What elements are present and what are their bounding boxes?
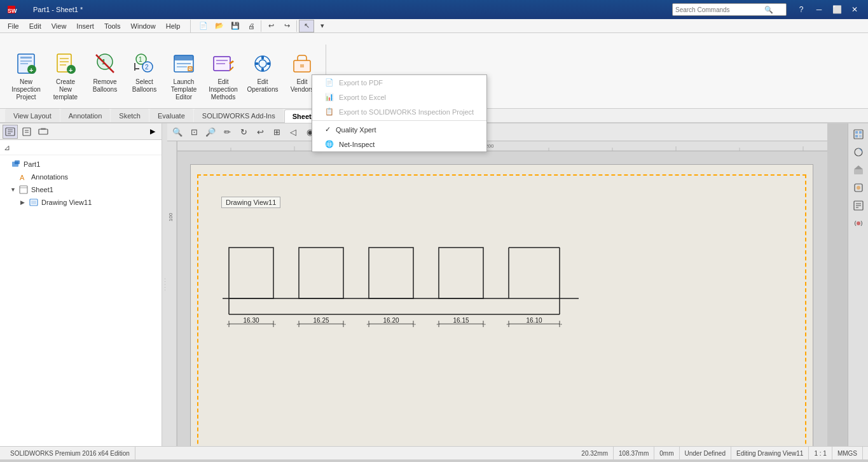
canvas-grid-btn[interactable]: ⊞ [269, 125, 284, 139]
edit-operations-icon [249, 50, 276, 77]
svg-text:→: → [411, 321, 417, 327]
menu-tools[interactable]: Tools [99, 19, 126, 33]
tab-view-layout[interactable]: View Layout [5, 109, 60, 122]
new-inspection-project-button[interactable]: + New Inspection Project [8, 47, 45, 104]
edit-operations-button[interactable]: Edit Operations [244, 47, 281, 97]
create-new-template-button[interactable]: + Create New template [47, 47, 84, 104]
x-coord-text: 20.32mm [581, 450, 608, 457]
toolbar-select-dropdown[interactable]: ▾ [315, 20, 330, 32]
create-template-label: Create New template [49, 78, 82, 101]
toolbar-open[interactable]: 📂 [212, 20, 227, 32]
toolbar-redo[interactable]: ↪ [279, 20, 294, 32]
tab-sketch[interactable]: Sketch [111, 109, 149, 122]
menu-view[interactable]: View [46, 19, 72, 33]
help-button[interactable]: ? [793, 3, 809, 16]
tab-annotation[interactable]: Annotation [60, 109, 111, 122]
canvas-rotate-btn[interactable]: ↻ [236, 125, 251, 139]
svg-rect-33 [261, 56, 264, 59]
dropdown-separator [312, 120, 486, 121]
sheet1-icon [18, 185, 29, 195]
new-inspection-label: New Inspection Project [10, 78, 43, 101]
z-coord-text: 0mm [659, 450, 673, 457]
menu-help[interactable]: Help [161, 19, 186, 33]
panel-tab-config[interactable] [36, 125, 51, 139]
tab-evaluate[interactable]: Evaluate [149, 109, 193, 122]
new-inspection-icon: + [13, 50, 39, 77]
status-bar: SOLIDWORKS Premium 2016 x64 Edition 20.3… [0, 446, 868, 460]
edit-operations-label: Edit Operations [246, 78, 279, 94]
canvas-search-btn[interactable]: 🔍 [170, 125, 185, 139]
dropdown-export-pdf[interactable]: 📄 Export to PDF [312, 75, 486, 90]
resize-handle[interactable]: · · · · · [162, 123, 167, 446]
dropdown-export-excel[interactable]: 📊 Export to Excel [312, 90, 486, 104]
close-button[interactable]: ✕ [846, 3, 863, 16]
toolbar-undo[interactable]: ↩ [263, 20, 279, 32]
right-panel-btn5[interactable] [850, 197, 867, 214]
svg-text:→: → [558, 321, 563, 327]
panel-expand-button[interactable]: ▶ [146, 125, 159, 139]
svg-rect-51 [20, 186, 27, 193]
remove-balloons-button[interactable]: 1 Remove Balloons [86, 47, 123, 97]
dropdown-net-inspect[interactable]: 🌐 Net-Inspect [312, 137, 486, 151]
status-scale: 1 : 1 [809, 447, 832, 460]
toolbar-print[interactable]: 🖨 [244, 20, 259, 32]
remove-balloons-label: Remove Balloons [88, 78, 121, 94]
toolbar-new[interactable]: 📄 [196, 20, 211, 32]
svg-text:SW: SW [8, 8, 17, 14]
tree-item-part1[interactable]: Part1 [0, 158, 162, 171]
dropdown-export-solidworks[interactable]: 📋 Export to SOLIDWORKS Inspection Projec… [312, 104, 486, 119]
pdf-icon: 📄 [325, 78, 334, 87]
panel-tab-property[interactable] [19, 125, 34, 139]
part1-label: Part1 [24, 160, 40, 168]
scroll-indicator [0, 459, 868, 462]
svg-text:→: → [481, 321, 486, 327]
menu-file[interactable]: File [3, 19, 24, 33]
right-panel-btn1[interactable] [850, 126, 867, 143]
canvas-undo-btn[interactable]: ↩ [252, 125, 268, 139]
tree-item-drawing-view11[interactable]: ▶ Drawing View11 [0, 196, 162, 209]
svg-rect-28 [216, 60, 228, 61]
svg-rect-34 [261, 68, 264, 71]
right-panel-btn3[interactable] [850, 162, 867, 178]
launch-template-editor-button[interactable]: Launch Template Editor [165, 47, 202, 104]
canvas-toolbar: 🔍 ⊡ 🔎 ✏ ↻ ↩ ⊞ ◁ ◉ ▷ [167, 123, 827, 141]
tab-solidworks-addins[interactable]: SOLIDWORKS Add-Ins [194, 109, 284, 122]
toolbar-select[interactable]: ↖ [299, 20, 314, 32]
canvas-zoom-in-btn[interactable]: 🔎 [203, 125, 218, 139]
edit-inspection-icon [210, 50, 237, 77]
right-panel-btn2[interactable] [850, 144, 867, 160]
canvas-zoom-out-btn[interactable]: ✏ [219, 125, 235, 139]
toolbar-save[interactable]: 💾 [228, 20, 243, 32]
svg-rect-49 [15, 160, 20, 164]
svg-rect-3 [20, 57, 32, 59]
select-balloons-button[interactable]: 1 2 Select Balloons [126, 47, 163, 97]
svg-rect-25 [177, 63, 191, 64]
minimize-button[interactable]: ─ [811, 3, 827, 16]
menu-window[interactable]: Window [126, 19, 161, 33]
ribbon-group-inspection: + New Inspection Project [5, 45, 326, 108]
edit-inspection-methods-button[interactable]: Edit Inspection Methods [205, 47, 242, 104]
right-panel-btn6[interactable] [850, 215, 867, 232]
canvas-fit-btn[interactable]: ⊡ [186, 125, 202, 139]
dropdown-quality-xpert[interactable]: ✓ Quality Xpert [312, 122, 486, 137]
svg-rect-114 [854, 169, 863, 174]
drawing-canvas[interactable]: Drawing View11 [177, 151, 827, 446]
export-excel-label: Export to Excel [339, 94, 386, 101]
panel-tab-feature-tree[interactable] [3, 125, 18, 139]
right-panel-btn4[interactable] [850, 179, 867, 196]
solidworks-icon: 📋 [325, 108, 334, 116]
search-commands-input[interactable] [675, 6, 764, 13]
menu-insert[interactable]: Insert [71, 19, 99, 33]
drawing-paper: Drawing View11 [190, 164, 813, 446]
menu-edit[interactable]: Edit [24, 19, 46, 33]
tree-item-sheet1[interactable]: ▼ Sheet1 [0, 183, 162, 196]
tree-item-annotations[interactable]: A Annotations [0, 171, 162, 183]
svg-rect-70 [369, 248, 413, 298]
restore-button[interactable]: ⬜ [829, 3, 845, 16]
svg-text:→: → [272, 321, 277, 327]
canvas-prev-btn[interactable]: ◁ [286, 125, 301, 139]
svg-rect-109 [855, 131, 858, 134]
net-icon: 🌐 [325, 140, 334, 148]
ruler-v-mark: 100 [168, 213, 174, 221]
svg-rect-11 [60, 64, 66, 66]
